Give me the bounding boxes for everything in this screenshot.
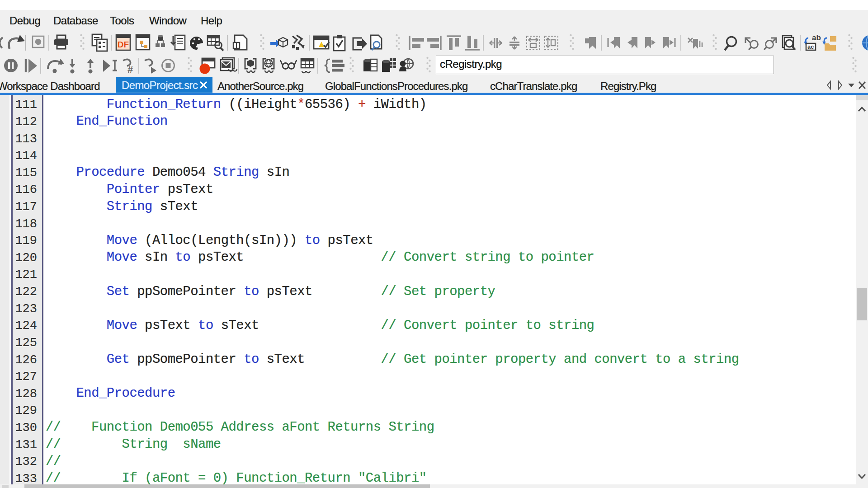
- svg-text:#: #: [127, 64, 133, 75]
- svg-text:ac: ac: [807, 43, 814, 50]
- svg-text:ab: ab: [812, 33, 821, 42]
- svg-text:DF: DF: [118, 40, 129, 49]
